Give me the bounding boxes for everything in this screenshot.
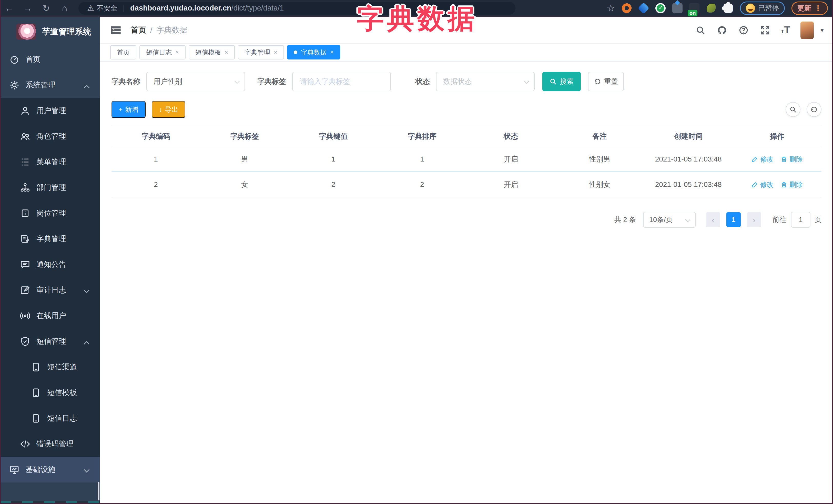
- sidebar-item-notice[interactable]: 通知公告: [0, 252, 100, 278]
- close-icon[interactable]: ×: [330, 49, 334, 56]
- next-page-button[interactable]: ›: [747, 212, 761, 227]
- sidebar-item-dict-mgmt[interactable]: 字典管理: [0, 226, 100, 252]
- extension-leaf-icon[interactable]: [707, 4, 716, 13]
- tab-home[interactable]: 首页: [110, 45, 136, 59]
- reset-button[interactable]: 重置: [588, 72, 624, 91]
- toggle-search-button[interactable]: [786, 102, 801, 117]
- phone-icon: [30, 361, 42, 373]
- plus-icon: +: [119, 105, 122, 114]
- post-icon: [20, 208, 31, 219]
- dict-book-icon: [20, 233, 31, 245]
- dict-name-label: 字典名称: [112, 77, 140, 87]
- sidebar-item-audit-log[interactable]: 审计日志: [0, 278, 100, 303]
- goto-label: 前往: [772, 215, 786, 224]
- page-size-select[interactable]: 10条/页: [643, 212, 696, 227]
- sidebar-item-system-mgmt[interactable]: 系统管理: [0, 72, 100, 98]
- sidebar-fold-icon[interactable]: [110, 25, 121, 36]
- user-avatar[interactable]: [801, 22, 814, 39]
- not-secure-warning[interactable]: ⚠ 不安全: [87, 4, 117, 13]
- sidebar-item-home[interactable]: 首页: [0, 47, 100, 72]
- extension-switch-icon[interactable]: on: [689, 3, 699, 13]
- audit-log-icon: [20, 285, 31, 296]
- app-logo: [17, 24, 36, 40]
- download-icon: ↓: [159, 105, 162, 114]
- delete-link[interactable]: 删除: [781, 155, 803, 164]
- tab-dict-mgmt[interactable]: 字典管理×: [238, 45, 284, 59]
- search-icon[interactable]: [695, 25, 706, 36]
- app-logo-row[interactable]: 芋道管理系统: [0, 17, 100, 47]
- extension-check-icon[interactable]: [656, 3, 666, 13]
- extension-sliders-icon[interactable]: [672, 3, 683, 13]
- sidebar-item-menu-mgmt[interactable]: 菜单管理: [0, 149, 100, 175]
- sidebar-scrollbar[interactable]: [98, 482, 99, 500]
- phone-icon: [30, 413, 42, 424]
- search-button[interactable]: 搜索: [542, 72, 581, 91]
- extension-adblock-icon[interactable]: [622, 3, 632, 13]
- monitor-icon: [9, 464, 20, 475]
- online-user-icon: [20, 310, 31, 321]
- dict-name-select[interactable]: 用户性别: [146, 72, 245, 91]
- help-icon[interactable]: [738, 25, 749, 36]
- annotation-overlay-title: 字典数据: [357, 1, 478, 37]
- add-button[interactable]: + 新增: [112, 101, 146, 118]
- sidebar-item-dept-mgmt[interactable]: 部门管理: [0, 175, 100, 200]
- tab-dict-data[interactable]: 字典数据×: [287, 45, 340, 59]
- edit-link[interactable]: 修改: [752, 180, 774, 189]
- tag-view-bar: 首页 短信日志× 短信模板× 字典管理× 字典数据×: [100, 44, 833, 62]
- avatar-caret-icon[interactable]: ▾: [820, 26, 824, 34]
- chevron-down-icon: [84, 287, 90, 293]
- extension-gem-icon[interactable]: [638, 2, 649, 14]
- chevron-down-icon: [685, 217, 690, 222]
- dict-label-input[interactable]: [300, 77, 384, 86]
- browser-reload-icon[interactable]: ↻: [37, 1, 55, 16]
- extensions-puzzle-icon[interactable]: [723, 4, 733, 13]
- github-icon[interactable]: [716, 25, 728, 36]
- profile-paused-pill[interactable]: 已暂停: [740, 2, 785, 15]
- org-tree-icon: [20, 182, 31, 193]
- close-icon[interactable]: ×: [274, 49, 277, 56]
- browser-update-button[interactable]: 更新 ⋮: [791, 2, 828, 15]
- profile-avatar-emoji: [746, 4, 755, 13]
- phone-icon: [30, 387, 42, 399]
- export-button[interactable]: ↓ 导出: [152, 101, 185, 118]
- browser-menu-dots-icon[interactable]: ⋮: [814, 4, 822, 13]
- url-host: dashboard.yudao.iocoder.cn: [130, 4, 232, 12]
- sidebar-item-role-mgmt[interactable]: 角色管理: [0, 124, 100, 149]
- url-divider: [123, 5, 124, 12]
- sidebar-item-sms-mgmt[interactable]: 短信管理: [0, 329, 100, 354]
- edit-link[interactable]: 修改: [752, 155, 774, 164]
- tab-sms-template[interactable]: 短信模板×: [189, 45, 235, 59]
- page-number-1[interactable]: 1: [727, 212, 741, 227]
- sidebar-item-infrastructure[interactable]: 基础设施: [0, 457, 100, 482]
- shield-check-icon: [20, 336, 31, 347]
- sidebar-item-sms-channel[interactable]: 短信渠道: [0, 354, 100, 380]
- filter-form: 字典名称 用户性别 字典标签 状态 数据状态 搜索: [112, 72, 822, 91]
- sidebar-item-user-mgmt[interactable]: 用户管理: [0, 98, 100, 124]
- browser-home-icon[interactable]: ⌂: [55, 1, 74, 16]
- breadcrumb-home[interactable]: 首页: [131, 25, 146, 35]
- delete-link[interactable]: 删除: [781, 180, 803, 189]
- status-select[interactable]: 数据状态: [436, 72, 535, 91]
- font-size-icon[interactable]: тT: [781, 25, 790, 35]
- app-window: 字典数据 ← → ↻ ⌂ ⚠ 不安全 dashboard.yudao.iocod…: [0, 0, 833, 504]
- status-label: 状态: [415, 77, 430, 87]
- tab-sms-log[interactable]: 短信日志×: [139, 45, 186, 59]
- fullscreen-icon[interactable]: [759, 25, 771, 36]
- refresh-button[interactable]: [807, 102, 822, 117]
- sidebar-item-post-mgmt[interactable]: 岗位管理: [0, 200, 100, 226]
- goto-page-input[interactable]: [791, 212, 810, 227]
- prev-page-button[interactable]: ‹: [706, 212, 720, 227]
- sidebar-item-online-users[interactable]: 在线用户: [0, 303, 100, 329]
- breadcrumb: 首页 / 字典数据: [131, 25, 187, 35]
- browser-back-icon[interactable]: ←: [0, 1, 19, 16]
- close-icon[interactable]: ×: [175, 49, 179, 56]
- chevron-up-icon: [84, 85, 90, 91]
- sidebar-item-sms-log[interactable]: 短信日志: [0, 406, 100, 431]
- sidebar-item-sms-template[interactable]: 短信模板: [0, 380, 100, 406]
- bookmark-star-icon[interactable]: ☆: [607, 3, 615, 14]
- sidebar-item-error-code[interactable]: 错误码管理: [0, 431, 100, 457]
- close-icon[interactable]: ×: [224, 49, 228, 56]
- main-area: 首页 / 字典数据 тT ▾ 首页 短信日志× 短信模: [100, 17, 833, 504]
- browser-forward-icon[interactable]: →: [19, 1, 37, 16]
- code-icon: [20, 438, 31, 450]
